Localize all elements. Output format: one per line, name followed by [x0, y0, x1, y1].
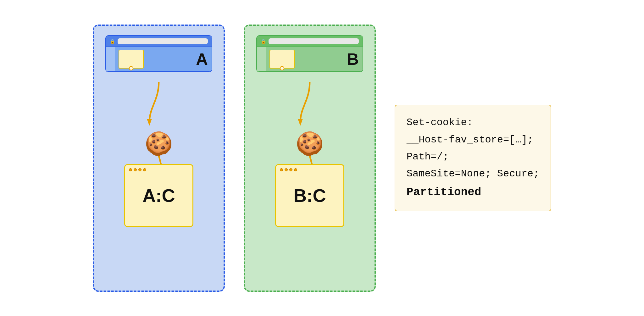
right-cookie: 🍪	[296, 132, 324, 155]
right-browser-content: B	[257, 47, 363, 72]
right-storage-box: B:C	[275, 164, 344, 227]
left-address-bar	[118, 38, 208, 44]
left-cookie: 🍪	[145, 132, 173, 155]
right-storage-label: B:C	[293, 185, 326, 206]
left-browser-label: A	[196, 50, 208, 69]
right-browser-titlebar: 🔒	[257, 36, 363, 47]
left-browser-titlebar: 🔒	[106, 36, 212, 47]
right-address-bar	[269, 38, 359, 44]
left-storage-area: A:C	[124, 164, 193, 227]
right-storage-dots	[280, 168, 297, 171]
right-browser-window: 🔒 B	[256, 35, 363, 72]
right-browser-sidebar	[257, 47, 266, 71]
code-line-3: Path=/;	[407, 148, 539, 165]
left-browser-window: 🔒 A	[105, 35, 212, 72]
left-storage-box: A:C	[124, 164, 193, 227]
left-browser-sidebar	[106, 47, 115, 71]
code-line-2: __Host-fav_store=[…];	[407, 131, 539, 148]
code-box: Set-cookie: __Host-fav_store=[…]; Path=/…	[395, 105, 551, 211]
right-dot-4	[294, 168, 297, 171]
left-storage-label: A:C	[142, 185, 175, 206]
left-dot-1	[129, 168, 132, 171]
left-dot-2	[134, 168, 137, 171]
code-line-1: Set-cookie:	[407, 114, 539, 131]
left-partition: 🔒 A	[93, 25, 225, 292]
left-cookie-emoji: 🍪	[145, 131, 173, 156]
code-line-5: Partitioned	[407, 183, 539, 202]
right-browser-label: B	[347, 50, 359, 69]
left-browser-content: A	[106, 47, 212, 72]
right-dot-3	[289, 168, 292, 171]
left-inner-box	[119, 50, 144, 69]
right-inner-box	[269, 50, 295, 69]
left-lock-icon: 🔒	[110, 39, 115, 44]
right-browser-main: B	[266, 47, 363, 71]
right-partition: 🔒 B 🍪	[244, 25, 376, 292]
left-circle-indicator	[129, 66, 133, 70]
main-container: 🔒 A	[80, 12, 564, 304]
right-lock-icon: 🔒	[261, 39, 266, 44]
left-browser-main: A	[115, 47, 212, 71]
right-cookie-emoji: 🍪	[296, 131, 324, 156]
code-line-4: SameSite=None; Secure;	[407, 165, 539, 182]
left-storage-dots	[129, 168, 146, 171]
right-dot-1	[280, 168, 283, 171]
right-dot-2	[285, 168, 288, 171]
left-dot-4	[143, 168, 146, 171]
right-storage-area: B:C	[275, 164, 344, 227]
right-circle-indicator	[280, 66, 284, 70]
left-dot-3	[138, 168, 142, 171]
